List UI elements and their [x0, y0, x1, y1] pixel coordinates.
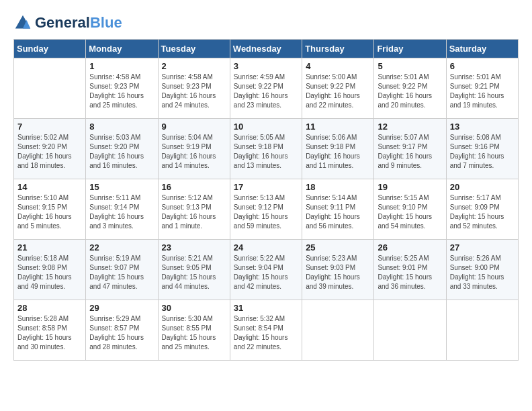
weekday-header-row: SundayMondayTuesdayWednesdayThursdayFrid… [14, 40, 519, 58]
weekday-header-monday: Monday [86, 40, 158, 58]
day-info: Sunrise: 4:59 AMSunset: 9:22 PMDaylight:… [234, 73, 298, 110]
day-number: 12 [378, 122, 442, 132]
day-info: Sunrise: 5:26 AMSunset: 9:00 PMDaylight:… [450, 254, 515, 291]
day-number: 26 [378, 242, 442, 253]
day-number: 30 [162, 303, 226, 313]
calendar-cell: 15 Sunrise: 5:11 AMSunset: 9:14 PMDaylig… [86, 179, 158, 240]
day-info: Sunrise: 5:12 AMSunset: 9:13 PMDaylight:… [162, 193, 226, 231]
day-number: 24 [234, 242, 298, 253]
day-info: Sunrise: 5:22 AMSunset: 9:04 PMDaylight:… [234, 254, 298, 291]
day-info: Sunrise: 4:58 AMSunset: 9:23 PMDaylight:… [162, 73, 226, 110]
day-number: 23 [162, 242, 226, 253]
day-number: 19 [378, 182, 442, 192]
logo-text: GeneralBlue [35, 15, 122, 31]
calendar-cell: 12 Sunrise: 5:07 AMSunset: 9:17 PMDaylig… [374, 119, 446, 179]
day-info: Sunrise: 5:03 AMSunset: 9:20 PMDaylight:… [89, 133, 154, 171]
calendar-cell: 7 Sunrise: 5:02 AMSunset: 9:20 PMDayligh… [14, 119, 86, 179]
calendar-cell: 1 Sunrise: 4:58 AMSunset: 9:23 PMDayligh… [86, 58, 158, 119]
calendar-cell: 13 Sunrise: 5:08 AMSunset: 9:16 PMDaylig… [446, 119, 518, 179]
calendar-cell: 11 Sunrise: 5:06 AMSunset: 9:18 PMDaylig… [302, 119, 374, 179]
day-number: 4 [306, 61, 370, 71]
calendar-cell [374, 300, 446, 361]
calendar-cell: 31 Sunrise: 5:32 AMSunset: 8:54 PMDaylig… [230, 300, 302, 361]
day-info: Sunrise: 5:15 AMSunset: 9:10 PMDaylight:… [378, 193, 442, 231]
day-info: Sunrise: 5:01 AMSunset: 9:21 PMDaylight:… [450, 73, 515, 110]
day-info: Sunrise: 5:02 AMSunset: 9:20 PMDaylight:… [17, 133, 82, 171]
calendar-cell: 26 Sunrise: 5:25 AMSunset: 9:01 PMDaylig… [374, 240, 446, 300]
calendar-cell: 28 Sunrise: 5:28 AMSunset: 8:58 PMDaylig… [14, 300, 86, 361]
day-number: 14 [17, 182, 82, 192]
calendar-cell: 20 Sunrise: 5:17 AMSunset: 9:09 PMDaylig… [446, 179, 518, 240]
calendar-week-3: 14 Sunrise: 5:10 AMSunset: 9:15 PMDaylig… [14, 179, 519, 240]
calendar-week-1: 1 Sunrise: 4:58 AMSunset: 9:23 PMDayligh… [14, 58, 519, 119]
logo-icon [13, 13, 32, 32]
day-number: 5 [378, 61, 442, 71]
day-info: Sunrise: 5:17 AMSunset: 9:09 PMDaylight:… [450, 193, 515, 231]
day-number: 11 [306, 122, 370, 132]
day-info: Sunrise: 5:13 AMSunset: 9:12 PMDaylight:… [234, 193, 298, 231]
weekday-header-tuesday: Tuesday [158, 40, 230, 58]
calendar-cell: 4 Sunrise: 5:00 AMSunset: 9:22 PMDayligh… [302, 58, 374, 119]
calendar-cell [14, 58, 86, 119]
calendar-cell: 27 Sunrise: 5:26 AMSunset: 9:00 PMDaylig… [446, 240, 518, 300]
day-number: 17 [234, 182, 298, 192]
logo: GeneralBlue [13, 13, 122, 32]
day-number: 16 [162, 182, 226, 192]
calendar-cell: 19 Sunrise: 5:15 AMSunset: 9:10 PMDaylig… [374, 179, 446, 240]
day-number: 2 [162, 61, 226, 71]
weekday-header-thursday: Thursday [302, 40, 374, 58]
day-info: Sunrise: 5:32 AMSunset: 8:54 PMDaylight:… [234, 314, 298, 352]
day-number: 27 [450, 242, 515, 253]
day-info: Sunrise: 5:07 AMSunset: 9:17 PMDaylight:… [378, 133, 442, 171]
calendar-cell: 21 Sunrise: 5:18 AMSunset: 9:08 PMDaylig… [14, 240, 86, 300]
calendar-cell: 10 Sunrise: 5:05 AMSunset: 9:18 PMDaylig… [230, 119, 302, 179]
calendar-cell: 25 Sunrise: 5:23 AMSunset: 9:03 PMDaylig… [302, 240, 374, 300]
day-number: 7 [17, 122, 82, 132]
day-info: Sunrise: 5:11 AMSunset: 9:14 PMDaylight:… [89, 193, 154, 231]
calendar-cell: 16 Sunrise: 5:12 AMSunset: 9:13 PMDaylig… [158, 179, 230, 240]
calendar-cell: 17 Sunrise: 5:13 AMSunset: 9:12 PMDaylig… [230, 179, 302, 240]
day-number: 18 [306, 182, 370, 192]
day-number: 25 [306, 242, 370, 253]
day-number: 22 [89, 242, 154, 253]
calendar-cell: 8 Sunrise: 5:03 AMSunset: 9:20 PMDayligh… [86, 119, 158, 179]
calendar-cell: 18 Sunrise: 5:14 AMSunset: 9:11 PMDaylig… [302, 179, 374, 240]
day-info: Sunrise: 5:23 AMSunset: 9:03 PMDaylight:… [306, 254, 370, 291]
weekday-header-wednesday: Wednesday [230, 40, 302, 58]
day-info: Sunrise: 5:25 AMSunset: 9:01 PMDaylight:… [378, 254, 442, 291]
day-number: 10 [234, 122, 298, 132]
day-info: Sunrise: 5:29 AMSunset: 8:57 PMDaylight:… [89, 314, 154, 352]
day-info: Sunrise: 5:19 AMSunset: 9:07 PMDaylight:… [89, 254, 154, 291]
day-info: Sunrise: 4:58 AMSunset: 9:23 PMDaylight:… [89, 73, 154, 110]
page-header: GeneralBlue [13, 13, 519, 32]
day-info: Sunrise: 5:10 AMSunset: 9:15 PMDaylight:… [17, 193, 82, 231]
day-number: 21 [17, 242, 82, 253]
calendar-cell: 29 Sunrise: 5:29 AMSunset: 8:57 PMDaylig… [86, 300, 158, 361]
day-number: 29 [89, 303, 154, 313]
calendar-cell [302, 300, 374, 361]
day-number: 1 [89, 61, 154, 71]
calendar-cell: 22 Sunrise: 5:19 AMSunset: 9:07 PMDaylig… [86, 240, 158, 300]
day-info: Sunrise: 5:28 AMSunset: 8:58 PMDaylight:… [17, 314, 82, 352]
day-number: 13 [450, 122, 515, 132]
calendar-week-2: 7 Sunrise: 5:02 AMSunset: 9:20 PMDayligh… [14, 119, 519, 179]
day-info: Sunrise: 5:18 AMSunset: 9:08 PMDaylight:… [17, 254, 82, 291]
day-number: 20 [450, 182, 515, 192]
calendar-cell: 14 Sunrise: 5:10 AMSunset: 9:15 PMDaylig… [14, 179, 86, 240]
day-info: Sunrise: 5:21 AMSunset: 9:05 PMDaylight:… [162, 254, 226, 291]
calendar-cell: 3 Sunrise: 4:59 AMSunset: 9:22 PMDayligh… [230, 58, 302, 119]
day-number: 3 [234, 61, 298, 71]
calendar-cell: 6 Sunrise: 5:01 AMSunset: 9:21 PMDayligh… [446, 58, 518, 119]
day-number: 8 [89, 122, 154, 132]
calendar-cell: 23 Sunrise: 5:21 AMSunset: 9:05 PMDaylig… [158, 240, 230, 300]
weekday-header-friday: Friday [374, 40, 446, 58]
calendar-week-4: 21 Sunrise: 5:18 AMSunset: 9:08 PMDaylig… [14, 240, 519, 300]
calendar-week-5: 28 Sunrise: 5:28 AMSunset: 8:58 PMDaylig… [14, 300, 519, 361]
calendar-cell: 2 Sunrise: 4:58 AMSunset: 9:23 PMDayligh… [158, 58, 230, 119]
calendar-cell [446, 300, 518, 361]
day-info: Sunrise: 5:06 AMSunset: 9:18 PMDaylight:… [306, 133, 370, 171]
day-info: Sunrise: 5:00 AMSunset: 9:22 PMDaylight:… [306, 73, 370, 110]
day-number: 31 [234, 303, 298, 313]
day-number: 9 [162, 122, 226, 132]
day-info: Sunrise: 5:30 AMSunset: 8:55 PMDaylight:… [162, 314, 226, 352]
